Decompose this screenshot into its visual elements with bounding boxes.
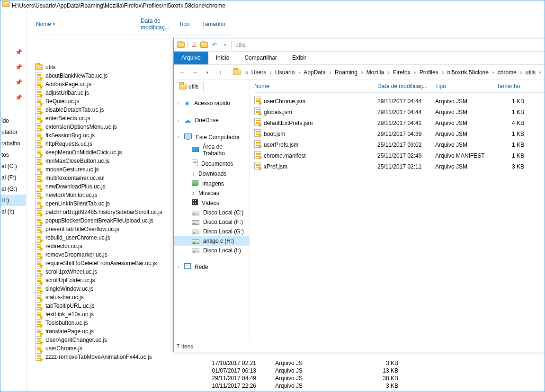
breadcrumb-item[interactable]: AppData [303, 68, 327, 77]
jsfile-icon [35, 123, 43, 131]
file-row-partial[interactable]: 10/11/2017 22:26Arquivo JS3 KB [199, 382, 417, 390]
file-item[interactable]: defaultExtPrefs.jsm29/11/2017 04:41Arqui… [254, 117, 545, 128]
file-name: singleWindow.uc.js [45, 285, 93, 292]
tree-item[interactable]: Disco Local (C:) [174, 208, 249, 217]
drive-icon [192, 238, 199, 244]
tree-label: Disco Local (G:) [203, 228, 244, 235]
folder-tab[interactable]: utils [176, 82, 204, 92]
video-icon [192, 199, 198, 206]
breadcrumb-item[interactable]: Users [250, 68, 267, 77]
col-date[interactable]: Data de modificaç... [377, 83, 435, 89]
col-type[interactable]: Tipo [435, 83, 497, 89]
nav-item[interactable]: al (I:) [0, 206, 26, 217]
breadcrumb-item[interactable]: Usuario [274, 68, 295, 77]
tree-item[interactable]: Disco Local (F:) [174, 217, 249, 227]
tree-label: Rede [195, 264, 208, 270]
undo-button[interactable]: ↶ [209, 40, 220, 50]
file-name: keepMenuOnMiddleClick.uc.js [45, 149, 122, 156]
breadcrumb[interactable]: « Users›Usuario›AppData›Roaming›Mozilla›… [245, 68, 542, 77]
col-name[interactable]: Nome▾ [36, 18, 141, 31]
file-item[interactable]: chrome.manifest25/11/2017 02:49Arquivo M… [254, 150, 545, 161]
file-row-partial[interactable]: 17/10/2017 02:21Arquivo JS3 KB [199, 359, 417, 367]
file-item[interactable]: globals.jsm29/11/2017 04:44Arquivo JSM1 … [254, 107, 545, 117]
new-folder-button[interactable] [199, 40, 209, 50]
jsfile-icon [35, 302, 43, 310]
tree-item[interactable]: antigo c (H:) [174, 236, 249, 246]
file-name: scroll1pxWheel.uc.js [45, 268, 97, 275]
tab-arquivo[interactable]: Arquivo [174, 52, 208, 64]
nav-item[interactable]: utador [0, 126, 26, 138]
breadcrumb-item[interactable]: chrome [497, 68, 518, 77]
tree-label: OneDrive [195, 117, 219, 124]
tree-item[interactable]: ›Este Computador [174, 132, 249, 142]
file-size: 3 KB [497, 163, 530, 170]
file-item[interactable]: userChrome.jsm29/11/2017 04:44Arquivo JS… [254, 96, 545, 107]
col-name[interactable]: Nome [254, 83, 377, 89]
jsfile-icon [35, 183, 43, 190]
tree-item[interactable]: Disco Local (I:) [174, 246, 249, 255]
jsfile-icon [35, 336, 43, 344]
col-size[interactable]: Tamanho [202, 18, 235, 31]
tab-inicio[interactable]: Início [208, 52, 237, 64]
tree-item[interactable]: ›☁OneDrive [174, 115, 249, 125]
drive-icon [192, 228, 199, 235]
tree-item[interactable]: Imagens [174, 178, 249, 188]
nav-item[interactable]: H:) [0, 195, 26, 206]
back-button[interactable]: ← [177, 66, 188, 79]
forward-button[interactable]: → [189, 66, 201, 79]
file-date: 29/11/2017 04:49 [199, 375, 275, 382]
col-type[interactable]: Tipo [179, 18, 202, 31]
breadcrumb-item[interactable]: ni5oxrtk.58clone [447, 68, 490, 77]
tab-compartilhar[interactable]: Compartilhar [237, 52, 285, 64]
tree-label: Vídeos [202, 200, 219, 206]
column-headers: Nome Data de modificaç... Tipo Tamanho [254, 83, 545, 93]
jsfile-icon [35, 259, 43, 267]
file-row-partial[interactable]: 29/11/2017 04:49Arquivo JS38 KB [199, 374, 417, 382]
file-item[interactable]: userPrefs.jsm25/11/2017 03:02Arquivo JSM… [254, 139, 545, 150]
tree-item[interactable]: ›★Acesso rápido [174, 98, 249, 108]
file-name: scrollUpFolder.uc.js [45, 277, 95, 284]
chevron-right-icon: › [441, 69, 445, 76]
up-button[interactable]: ↑ [214, 66, 226, 79]
nav-item[interactable]: ido [0, 115, 26, 126]
nav-item[interactable]: al (C:) [0, 160, 26, 172]
col-date[interactable]: Data de modificaç... [141, 18, 179, 31]
address-input[interactable] [12, 1, 542, 10]
breadcrumb-item[interactable]: Firefox [392, 68, 411, 77]
breadcrumb-item[interactable]: utils [525, 68, 536, 77]
file-row-partial[interactable]: 01/07/2017 06:13Arquivo JS13 KB [199, 367, 417, 374]
folder-icon [35, 63, 43, 71]
nav-item[interactable]: al (G:) [0, 183, 26, 195]
nav-item[interactable]: al (F:) [0, 172, 26, 183]
breadcrumb-item[interactable]: Profiles [419, 68, 439, 77]
tree-item[interactable]: ♪Músicas [174, 188, 249, 198]
tree-item[interactable]: Vídeos [174, 198, 249, 208]
col-size[interactable]: Tamanho [497, 83, 530, 89]
drive-icon [192, 219, 199, 225]
file-item[interactable]: boot.jsm29/11/2017 04:39Arquivo JSM1 KB [254, 128, 545, 139]
tree-item[interactable]: Documentos [174, 158, 249, 169]
tree-item[interactable]: ›Rede [174, 262, 249, 272]
pc-icon [184, 134, 192, 141]
chevron-left-icon[interactable]: « [245, 69, 249, 76]
file-name: patchForBug892485.historySidebarScroll.u… [45, 209, 162, 215]
nav-item[interactable]: tos [0, 149, 26, 160]
recent-dropdown[interactable]: ▾ [202, 66, 214, 79]
file-name: globals.jsm [264, 109, 292, 116]
tree-item[interactable]: Disco Local (G:) [174, 227, 249, 236]
tree-item[interactable]: Área de Trabalho [174, 142, 249, 158]
file-name: userChrome.jsm [264, 98, 305, 105]
file-name: removeDropmarker.uc.js [45, 251, 107, 258]
breadcrumb-item[interactable]: Roaming [334, 68, 358, 77]
file-item[interactable]: xPref.jsm25/11/2017 02:11Arquivo JSM3 KB [254, 161, 545, 172]
tree-label: Área de Trabalho [203, 143, 245, 157]
breadcrumb-item[interactable]: Mozilla [366, 68, 385, 77]
file-name: requireShiftToDeleteFromAwesomeBar.uc.js [45, 260, 157, 267]
address-bar[interactable] [0, 0, 545, 11]
redo-dropdown[interactable]: ▾ [220, 40, 230, 50]
properties-button[interactable]: ☑ [188, 40, 199, 50]
tab-exibir[interactable]: Exibir [285, 52, 314, 64]
jsfile-icon [35, 319, 43, 327]
tree-item[interactable]: ↓Downloads [174, 169, 249, 178]
nav-item[interactable]: rabalho [0, 138, 26, 149]
